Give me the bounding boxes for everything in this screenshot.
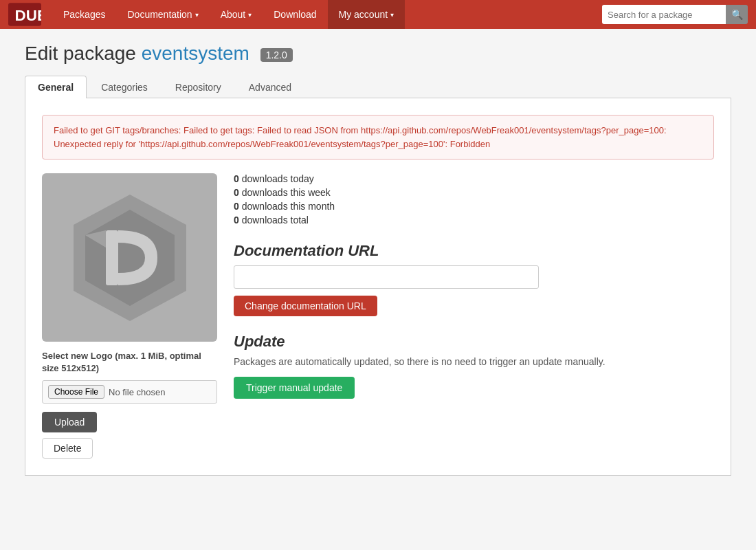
tabs: General Categories Repository Advanced	[25, 76, 731, 98]
no-file-label: No file chosen	[109, 387, 165, 397]
nav-download[interactable]: Download	[263, 0, 327, 29]
logo-preview	[42, 173, 217, 342]
my-account-caret-icon: ▾	[390, 11, 394, 19]
delete-button[interactable]: Delete	[42, 438, 93, 459]
search-bar: 🔍	[602, 5, 748, 24]
stats-section: 0 downloads today 0 downloads this week …	[234, 173, 714, 226]
version-badge: 1.2.0	[260, 48, 293, 62]
right-column: 0 downloads today 0 downloads this week …	[234, 173, 714, 459]
tab-general[interactable]: General	[25, 76, 87, 98]
package-name: eventsystem	[142, 43, 249, 64]
page-title: Edit package eventsystem 1.2.0	[25, 43, 731, 65]
search-button[interactable]: 🔍	[726, 5, 748, 24]
stat-total: 0 downloads total	[234, 214, 714, 226]
error-message: Failed to get GIT tags/branches: Failed …	[42, 115, 714, 160]
stat-month: 0 downloads this month	[234, 201, 714, 212]
left-column: Select new Logo (max. 1 MiB, optimal siz…	[42, 173, 217, 459]
about-caret-icon: ▾	[248, 11, 252, 19]
tab-repository[interactable]: Repository	[162, 76, 234, 98]
logo-select-label: Select new Logo (max. 1 MiB, optimal siz…	[42, 350, 217, 375]
stat-today: 0 downloads today	[234, 173, 714, 184]
change-doc-url-button[interactable]: Change documentation URL	[234, 296, 377, 316]
site-logo[interactable]: DUB	[8, 3, 41, 26]
svg-rect-4	[106, 230, 118, 285]
content-area: Select new Logo (max. 1 MiB, optimal siz…	[42, 173, 714, 459]
update-section-title: Update	[234, 333, 714, 351]
doc-url-input[interactable]	[234, 265, 539, 289]
update-description: Packages are automatically updated, so t…	[234, 356, 714, 367]
svg-text:DUB: DUB	[15, 7, 41, 24]
tab-advanced[interactable]: Advanced	[236, 76, 304, 98]
package-logo-image	[61, 189, 199, 327]
tab-categories[interactable]: Categories	[88, 76, 161, 98]
navbar: DUB Packages Documentation ▾ About ▾ Dow…	[0, 0, 756, 29]
documentation-caret-icon: ▾	[195, 11, 199, 19]
nav-packages[interactable]: Packages	[52, 0, 116, 29]
choose-file-button[interactable]: Choose File	[48, 385, 104, 399]
file-input-area: Choose File No file chosen	[42, 380, 217, 404]
trigger-update-button[interactable]: Trigger manual update	[234, 377, 355, 399]
doc-url-section-title: Documentation URL	[234, 242, 714, 260]
main-panel: Failed to get GIT tags/branches: Failed …	[25, 98, 731, 476]
page-content: Edit package eventsystem 1.2.0 General C…	[14, 29, 742, 490]
nav-links: Packages Documentation ▾ About ▾ Downloa…	[52, 0, 602, 29]
nav-my-account[interactable]: My account ▾	[328, 0, 405, 29]
nav-documentation[interactable]: Documentation ▾	[116, 0, 209, 29]
stat-week: 0 downloads this week	[234, 187, 714, 198]
search-icon: 🔍	[731, 9, 743, 20]
upload-button[interactable]: Upload	[42, 412, 97, 432]
search-input[interactable]	[602, 5, 726, 24]
nav-about[interactable]: About ▾	[210, 0, 263, 29]
